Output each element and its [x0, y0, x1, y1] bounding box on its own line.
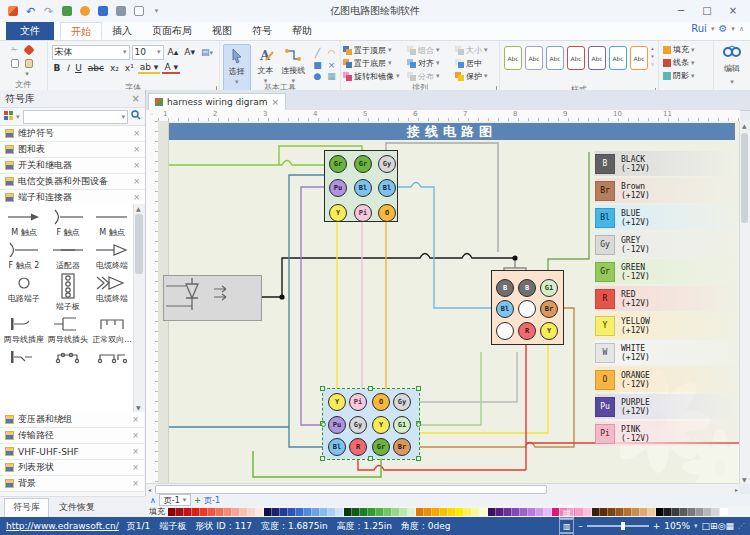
- add-page-icon[interactable]: +: [194, 496, 201, 505]
- style-preset[interactable]: Abc: [630, 46, 648, 70]
- import-icon[interactable]: [60, 5, 73, 18]
- pin-O[interactable]: O: [372, 393, 390, 411]
- pin-Pi[interactable]: Pi: [354, 204, 372, 222]
- zoom-slider-thumb[interactable]: [621, 522, 625, 530]
- symbol-item[interactable]: F 触点 2: [2, 240, 46, 271]
- fill-swatch[interactable]: [528, 508, 536, 516]
- pin-Y[interactable]: Y: [328, 393, 346, 411]
- sidebar-category[interactable]: 维护符号×: [0, 126, 145, 142]
- symbol-item[interactable]: M 触点: [2, 207, 46, 238]
- settings-dropdown-icon[interactable]: ▾: [731, 25, 735, 33]
- arrange-button[interactable]: 居中: [455, 57, 497, 69]
- fill-swatch[interactable]: [248, 508, 256, 516]
- category-close-icon[interactable]: ×: [133, 177, 140, 186]
- font-style-button[interactable]: x₂: [108, 63, 121, 73]
- fill-swatch[interactable]: [424, 508, 432, 516]
- connector-right[interactable]: BBG1BlBrRY: [491, 270, 564, 345]
- view-tool-icon[interactable]: ⊞: [710, 521, 718, 531]
- pin-Br[interactable]: Br: [393, 438, 411, 456]
- fill-swatch[interactable]: [232, 508, 240, 516]
- style-preset[interactable]: Abc: [588, 46, 606, 70]
- arrange-button[interactable]: 保护▾: [455, 70, 497, 82]
- library-grid-icon[interactable]: [4, 110, 13, 123]
- font-name-select[interactable]: 宋体▾: [52, 45, 130, 60]
- zoom-slider[interactable]: [587, 525, 649, 527]
- fill-swatch[interactable]: [400, 508, 408, 516]
- vscrollbar-thumb[interactable]: [741, 133, 748, 223]
- library-dropdown-icon[interactable]: ▾: [16, 113, 20, 121]
- fill-swatch[interactable]: [392, 508, 400, 516]
- sidebar-category[interactable]: 电信交换器和外围设备×: [0, 174, 145, 190]
- cut-icon[interactable]: ✁: [10, 46, 22, 56]
- symbol-item[interactable]: 两导线插头: [46, 314, 90, 345]
- edrawsoft-link[interactable]: http://www.edrawsoft.cn/: [6, 521, 119, 531]
- pin-Pu[interactable]: Pu: [329, 179, 347, 197]
- sidebar-category[interactable]: 图和表×: [0, 142, 145, 158]
- symbol-item[interactable]: 电路端子: [2, 273, 46, 312]
- pin-empty[interactable]: [518, 300, 536, 318]
- fill-swatch[interactable]: [192, 508, 200, 516]
- fill-swatch[interactable]: [200, 508, 208, 516]
- fill-swatch[interactable]: [288, 508, 296, 516]
- hscrollbar-thumb[interactable]: [155, 485, 547, 494]
- selection-handle[interactable]: [368, 386, 373, 391]
- sidebar-close-icon[interactable]: ×: [132, 93, 140, 104]
- align-icon[interactable]: ▤▾: [199, 47, 215, 57]
- zoom-out-icon[interactable]: –: [578, 521, 583, 531]
- search-icon[interactable]: [131, 110, 141, 123]
- pin-Gr[interactable]: Gr: [372, 438, 390, 456]
- pin-Y[interactable]: Y: [540, 322, 558, 340]
- view-tool-icon[interactable]: ▦: [725, 521, 734, 531]
- pin-Gr[interactable]: Gr: [329, 155, 347, 173]
- symbol-item[interactable]: 电缆终端: [90, 273, 134, 312]
- pin-Gy[interactable]: Gy: [393, 393, 411, 411]
- fill-swatch[interactable]: [328, 508, 336, 516]
- category-close-icon[interactable]: ×: [132, 431, 139, 440]
- selection-handle[interactable]: [320, 386, 325, 391]
- ribbon-tab[interactable]: 插入: [102, 22, 142, 40]
- resize-grip[interactable]: ⋰: [738, 522, 744, 530]
- fill-swatch[interactable]: [480, 508, 488, 516]
- ribbon-tab[interactable]: 文件: [6, 22, 54, 40]
- fill-swatch[interactable]: [216, 508, 224, 516]
- symbol-item[interactable]: [2, 347, 46, 367]
- sidebar-category[interactable]: 传输路径×: [0, 428, 144, 444]
- sidebar-category[interactable]: 变压器和绕组×: [0, 412, 144, 428]
- fill-swatch[interactable]: [432, 508, 440, 516]
- scrollbar-thumb[interactable]: [135, 214, 143, 274]
- pin-Gy[interactable]: Gy: [349, 416, 367, 434]
- symbol-item[interactable]: 端子板: [46, 273, 90, 312]
- pin-Pu[interactable]: Pu: [328, 416, 346, 434]
- style-preset[interactable]: Abc: [567, 46, 585, 70]
- fill-swatch[interactable]: [448, 508, 456, 516]
- category-close-icon[interactable]: ×: [133, 129, 140, 138]
- redo-icon[interactable]: ↷: [42, 5, 55, 18]
- font-size-select[interactable]: 10▾: [132, 45, 164, 60]
- pin-Br[interactable]: Br: [540, 300, 558, 318]
- pin-G1[interactable]: G1: [540, 279, 558, 297]
- category-close-icon[interactable]: ×: [132, 479, 139, 488]
- ribbon-group-edit[interactable]: 编辑 ▾: [714, 41, 750, 94]
- fill-swatch[interactable]: [304, 508, 312, 516]
- highlight-button[interactable]: ab ▾: [138, 62, 161, 74]
- view-mode-icon[interactable]: ▥: [559, 519, 574, 533]
- sidebar-category[interactable]: 列表形状×: [0, 460, 144, 476]
- symbol-item[interactable]: M 触点: [90, 207, 134, 238]
- draw-shape-icon[interactable]: ×: [325, 60, 338, 71]
- category-close-icon[interactable]: ×: [132, 415, 139, 424]
- pin-Bl[interactable]: Bl: [378, 179, 396, 197]
- fill-swatch[interactable]: [240, 508, 248, 516]
- category-close-icon[interactable]: ×: [132, 463, 139, 472]
- zoom-in-icon[interactable]: +: [653, 521, 661, 531]
- pin-Bl[interactable]: Bl: [328, 438, 346, 456]
- selection-handle[interactable]: [320, 456, 325, 461]
- account-name[interactable]: Rui: [691, 23, 707, 34]
- pin-Gr[interactable]: Gr: [354, 155, 372, 173]
- symbol-scrollbar[interactable]: ▲▼: [133, 204, 145, 412]
- fill-swatch[interactable]: [416, 508, 424, 516]
- line-button[interactable]: 线条▾: [663, 56, 713, 69]
- ribbon-tab[interactable]: 开始: [60, 22, 102, 40]
- fill-swatch[interactable]: [336, 508, 344, 516]
- scroll-left-icon[interactable]: ◂: [146, 486, 153, 493]
- fill-swatch[interactable]: [352, 508, 360, 516]
